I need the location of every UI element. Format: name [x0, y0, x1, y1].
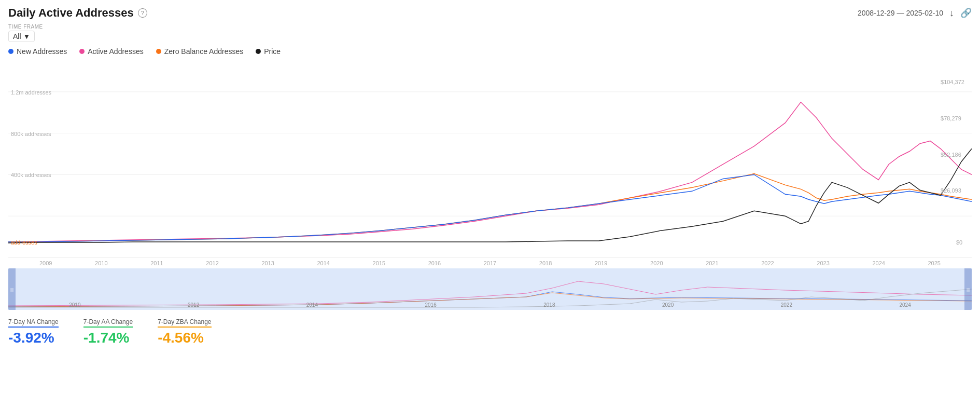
legend-dot-new	[8, 49, 13, 54]
stat-aa-change: 7-Day AA Change -1.74%	[83, 318, 133, 346]
navigator-handle-right[interactable]: |||	[964, 268, 972, 310]
stat-zba-change: 7-Day ZBA Change -4.56%	[158, 318, 211, 346]
svg-text:400k addresses: 400k addresses	[11, 172, 51, 178]
x-label: 2015	[373, 260, 385, 266]
page-title: Daily Active Addresses	[8, 6, 134, 20]
svg-text:$0: $0	[956, 239, 962, 246]
legend-dot-price	[256, 49, 261, 54]
timeframe-value: All	[13, 32, 21, 40]
link-icon[interactable]: 🔗	[960, 7, 972, 19]
timeframe-area: TIME FRAME All ▼	[0, 22, 980, 42]
info-icon[interactable]: ?	[138, 8, 147, 18]
navigator-x-labels: 2010 2012 2014 2016 2018 2020 2022 2024	[16, 302, 964, 308]
x-label: 2023	[817, 260, 829, 266]
page-header: Daily Active Addresses ? 2008-12-29 — 20…	[0, 0, 980, 22]
legend-item-price: Price	[256, 47, 281, 56]
legend-item-active-addresses: Active Addresses	[79, 47, 143, 56]
x-label: 2013	[261, 260, 274, 266]
nav-label: 2014	[306, 302, 318, 308]
nav-label: 2012	[188, 302, 199, 308]
stats-area: 7-Day NA Change -3.92% 7-Day AA Change -…	[0, 310, 980, 346]
legend-dot-active	[79, 49, 85, 54]
right-handle-icon: |||	[967, 287, 970, 292]
nav-label: 2010	[69, 302, 80, 308]
svg-text:$52,186: $52,186	[941, 152, 961, 158]
legend-label-active: Active Addresses	[88, 47, 143, 56]
chart-legend: New Addresses Active Addresses Zero Bala…	[0, 42, 980, 61]
x-label: 2017	[484, 260, 496, 266]
header-right: 2008-12-29 — 2025-02-10 ↓ 🔗	[858, 7, 972, 19]
svg-text:$78,279: $78,279	[941, 115, 961, 121]
legend-item-new-addresses: New Addresses	[8, 47, 67, 56]
svg-text:1.2m addresses: 1.2m addresses	[11, 89, 52, 96]
x-label: 2018	[539, 260, 552, 266]
x-label: 2011	[150, 260, 163, 266]
svg-text:800k addresses: 800k addresses	[11, 131, 51, 137]
date-range: 2008-12-29 — 2025-02-10	[858, 9, 943, 17]
x-label: 2010	[95, 260, 107, 266]
svg-text:$104,372: $104,372	[941, 79, 964, 85]
legend-label-zero: Zero Balance Addresses	[164, 47, 244, 56]
nav-label: 2024	[900, 302, 911, 308]
x-label: 2020	[650, 260, 663, 266]
left-handle-icon: |||	[10, 287, 13, 292]
stat-na-value: -3.92%	[8, 330, 59, 346]
svg-text:$26,093: $26,093	[941, 187, 961, 194]
stat-zba-value: -4.56%	[158, 330, 211, 346]
title-area: Daily Active Addresses ?	[8, 6, 147, 20]
chart-navigator[interactable]: ||| ||| 2010 2012 2014 2016 2018 2020 20…	[8, 268, 972, 310]
nav-label: 2022	[781, 302, 792, 308]
legend-label-price: Price	[264, 47, 281, 56]
legend-label-new: New Addresses	[17, 47, 67, 56]
nav-label: 2016	[425, 302, 437, 308]
x-label: 2016	[428, 260, 441, 266]
timeframe-selector[interactable]: All ▼	[8, 31, 35, 42]
main-chart-svg: 1.2m addresses 800k addresses 400k addre…	[8, 61, 972, 257]
stat-zba-label: 7-Day ZBA Change	[158, 318, 211, 328]
chart-container: 1.2m addresses 800k addresses 400k addre…	[0, 61, 980, 310]
stat-aa-label: 7-Day AA Change	[83, 318, 133, 328]
legend-item-zero-balance: Zero Balance Addresses	[156, 47, 244, 56]
x-label: 2025	[928, 260, 941, 266]
stat-na-change: 7-Day NA Change -3.92%	[8, 318, 59, 346]
timeframe-label: TIME FRAME	[8, 24, 972, 30]
nav-label: 2018	[543, 302, 555, 308]
navigator-handle-left[interactable]: |||	[8, 268, 16, 310]
x-label: 2021	[706, 260, 718, 266]
legend-dot-zero	[156, 49, 161, 54]
x-label: 2012	[206, 260, 218, 266]
x-label: 2014	[317, 260, 329, 266]
nav-label: 2020	[662, 302, 674, 308]
x-label: 2022	[761, 260, 774, 266]
download-icon[interactable]: ↓	[949, 8, 954, 19]
x-label: 2009	[39, 260, 52, 266]
stat-aa-value: -1.74%	[83, 330, 133, 346]
x-axis: 2009 2010 2011 2012 2013 2014 2015 2016 …	[8, 258, 972, 268]
svg-text:addresses: addresses	[11, 239, 37, 246]
stat-na-label: 7-Day NA Change	[8, 318, 59, 328]
main-chart[interactable]: 1.2m addresses 800k addresses 400k addre…	[8, 61, 972, 258]
chevron-down-icon: ▼	[23, 32, 31, 40]
x-label: 2019	[595, 260, 607, 266]
x-label: 2024	[872, 260, 885, 266]
